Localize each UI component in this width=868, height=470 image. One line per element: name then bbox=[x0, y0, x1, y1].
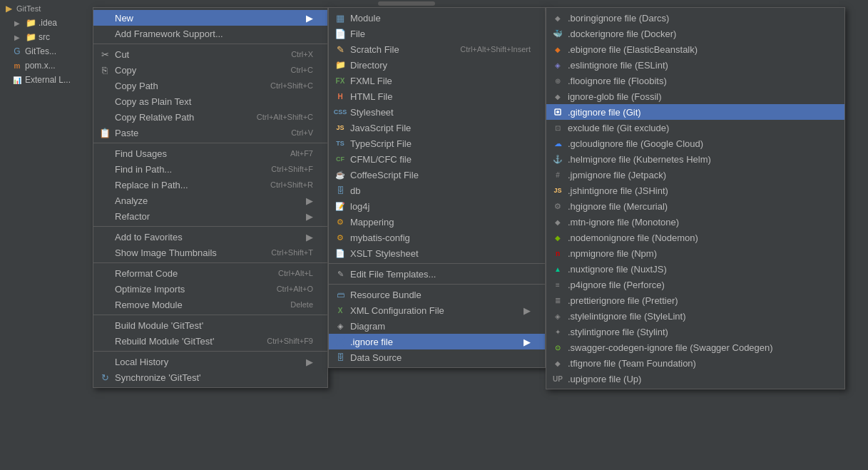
submenu-item-stylesheet[interactable]: CSS Stylesheet bbox=[329, 104, 545, 120]
submenu-item-module[interactable]: ▦ Module bbox=[329, 10, 545, 26]
fossil-icon: ◆ bbox=[552, 91, 563, 102]
menu-item-analyze[interactable]: Analyze ▶ bbox=[93, 193, 327, 208]
submenu-item-resource[interactable]: 🗃 Resource Bundle bbox=[329, 287, 545, 302]
git-icon bbox=[552, 106, 563, 118]
submenu-item-scratch[interactable]: ✎ Scratch File Ctrl+Alt+Shift+Insert bbox=[329, 41, 545, 57]
menu-separator-3 bbox=[93, 226, 327, 227]
submenu-item-file[interactable]: 📄 File bbox=[329, 26, 545, 41]
menu-item-paste[interactable]: 📋 Paste Ctrl+V bbox=[93, 125, 327, 141]
menu-item-thumbnails[interactable]: Show Image Thumbnails Ctrl+Shift+T bbox=[93, 245, 327, 260]
submenu-item-fxml[interactable]: FX FXML File bbox=[329, 73, 545, 88]
tree-item-src[interactable]: ▶ 📁 src bbox=[0, 30, 93, 44]
submenu-item-datasource[interactable]: 🗄 Data Source bbox=[329, 349, 545, 365]
ignore-item-git[interactable]: .gitignore file (Git) bbox=[546, 104, 844, 120]
menu-item-replace-path[interactable]: Replace in Path... Ctrl+Shift+R bbox=[93, 177, 327, 193]
ignore-label-boring: .boringignore file (Darcs) bbox=[568, 13, 669, 24]
submenu-item-ts[interactable]: TS TypeScript File bbox=[329, 136, 545, 151]
submenu-item-js[interactable]: JS JavaScript File bbox=[329, 120, 545, 136]
menu-item-build[interactable]: Build Module 'GitTest' bbox=[93, 317, 327, 333]
menu-item-cut[interactable]: ✂ Cut Ctrl+X bbox=[93, 46, 327, 62]
submenu-item-directory[interactable]: 📁 Directory bbox=[329, 57, 545, 73]
ignore-item-jpm[interactable]: # .jpmignore file (Jetpack) bbox=[546, 167, 844, 183]
submenu-item-log4j[interactable]: 📝 log4j bbox=[329, 198, 545, 214]
ignore-item-floo[interactable]: ⊕ .flooignore file (Floobits) bbox=[546, 73, 844, 88]
menu-item-add-framework[interactable]: Add Framework Support... bbox=[93, 26, 327, 41]
menu-item-find-path[interactable]: Find in Path... Ctrl+Shift+F bbox=[93, 161, 327, 177]
ignore-item-swagger[interactable]: ⊙ .swagger-codegen-ignore file (Swagger … bbox=[546, 339, 844, 355]
menu-item-add-favorites[interactable]: Add to Favorites ▶ bbox=[93, 229, 327, 245]
tree-item-idea[interactable]: ▶ 📁 .idea bbox=[0, 16, 93, 30]
shortcut-copy-path: Ctrl+Shift+C bbox=[270, 81, 313, 90]
scrollbar-track[interactable] bbox=[342, 0, 572, 7]
ignore-label-stylelint: .stylelintignore file (StyleLint) bbox=[568, 311, 685, 322]
submenu-item-mappering[interactable]: ⚙ Mappering bbox=[329, 214, 545, 230]
menu-item-reformat[interactable]: Reformat Code Ctrl+Alt+L bbox=[93, 265, 327, 281]
ignore-item-jshint[interactable]: JS .jshintignore file (JSHint) bbox=[546, 183, 844, 198]
submenu-item-html[interactable]: H HTML File bbox=[329, 88, 545, 104]
ignore-item-fossil[interactable]: ◆ ignore-glob file (Fossil) bbox=[546, 88, 844, 104]
ignore-item-git-exclude[interactable]: ⊡ exclude file (Git exclude) bbox=[546, 120, 844, 136]
ignore-item-helm[interactable]: ⚓ .helmignore file (Kubernetes Helm) bbox=[546, 151, 844, 167]
submenu-item-cf[interactable]: CF CFML/CFC file bbox=[329, 151, 545, 167]
eb-icon: ◆ bbox=[552, 44, 563, 55]
ignore-item-docker[interactable]: 🐳 .dockerignore file (Docker) bbox=[546, 26, 844, 41]
menu-label-copy: Copy bbox=[115, 65, 291, 76]
scratch-icon: ✎ bbox=[335, 44, 346, 55]
ignore-item-up[interactable]: UP .upignore file (Up) bbox=[546, 371, 844, 387]
menu-item-rebuild[interactable]: Rebuild Module 'GitTest' Ctrl+Shift+F9 bbox=[93, 333, 327, 349]
scrollbar-thumb[interactable] bbox=[378, 1, 435, 6]
ignore-item-eb[interactable]: ◆ .ebignore file (ElasticBeanstalk) bbox=[546, 41, 844, 57]
menu-item-copy-rel[interactable]: Copy Relative Path Ctrl+Alt+Shift+C bbox=[93, 109, 327, 125]
tree-label-idea: .idea bbox=[39, 18, 57, 28]
ignore-item-eslint[interactable]: ◈ .eslintignore file (ESLint) bbox=[546, 57, 844, 73]
ignore-item-gcloud[interactable]: ☁ .gcloudignore file (Google Cloud) bbox=[546, 136, 844, 151]
ignore-item-boring[interactable]: ◆ .boringignore file (Darcs) bbox=[546, 10, 844, 26]
menu-item-copy[interactable]: ⎘ Copy Ctrl+C bbox=[93, 62, 327, 78]
menu-item-synchronize[interactable]: ↻ Synchronize 'GitTest' bbox=[93, 369, 327, 385]
menu-item-new[interactable]: New ▶ bbox=[93, 10, 327, 26]
menu-item-find-usages[interactable]: Find Usages Alt+F7 bbox=[93, 145, 327, 161]
menu-item-local-history[interactable]: Local History ▶ bbox=[93, 354, 327, 369]
ignore-item-teamfoundation[interactable]: ◆ .tfignore file (Team Foundation) bbox=[546, 355, 844, 371]
submenu-label-cf: CFML/CFC file bbox=[350, 154, 412, 165]
shortcut-find-usages: Alt+F7 bbox=[290, 149, 313, 158]
js-icon: JS bbox=[335, 122, 346, 133]
ignore-item-npm[interactable]: n .npmignore file (Npm) bbox=[546, 245, 844, 261]
submenu-item-diagram[interactable]: ◈ Diagram bbox=[329, 318, 545, 334]
ignore-label-monotone: .mtn-ignore file (Monotone) bbox=[568, 217, 679, 228]
menu-label-replace-path: Replace in Path... bbox=[115, 180, 270, 190]
menu-arrow-local-history: ▶ bbox=[306, 357, 313, 367]
ignore-item-prettier[interactable]: ≣ .prettierignore file (Prettier) bbox=[546, 292, 844, 308]
menu-arrow-refactor: ▶ bbox=[306, 211, 313, 222]
submenu-item-mybatis[interactable]: ⚙ mybatis-config bbox=[329, 230, 545, 245]
menu-item-copy-path[interactable]: Copy Path Ctrl+Shift+C bbox=[93, 78, 327, 93]
submenu-item-coffee[interactable]: ☕ CoffeeScript File bbox=[329, 167, 545, 183]
submenu-item-db[interactable]: 🗄 db bbox=[329, 183, 545, 198]
submenu-label-edit-templates: Edit File Templates... bbox=[350, 269, 436, 280]
nodemon-icon: ◆ bbox=[552, 232, 563, 243]
ignore-item-monotone[interactable]: ◆ .mtn-ignore file (Monotone) bbox=[546, 214, 844, 230]
submenu-item-xml-config[interactable]: X XML Configuration File ▶ bbox=[329, 302, 545, 318]
ignore-item-nuxt[interactable]: ▲ .nuxtignore file (NuxtJS) bbox=[546, 261, 844, 277]
submenu-label-log4j: log4j bbox=[350, 201, 369, 212]
tree-item-gittest[interactable]: G GitTes... bbox=[0, 44, 93, 58]
submenu-item-edit-templates[interactable]: ✎ Edit File Templates... bbox=[329, 266, 545, 282]
menu-item-optimize[interactable]: Optimize Imports Ctrl+Alt+O bbox=[93, 281, 327, 297]
tree-item-pom[interactable]: m pom.x... bbox=[0, 58, 93, 73]
menu-item-remove-module[interactable]: Remove Module Delete bbox=[93, 297, 327, 312]
menu-item-refactor[interactable]: Refactor ▶ bbox=[93, 208, 327, 224]
ignore-item-mercurial[interactable]: ⚙ .hgignore file (Mercurial) bbox=[546, 198, 844, 214]
ignore-item-stylelint[interactable]: ◈ .stylelintignore file (StyleLint) bbox=[546, 308, 844, 324]
shortcut-find-path: Ctrl+Shift+F bbox=[271, 165, 313, 173]
ignore-item-nodemon[interactable]: ◆ .nodemonignore file (Nodemon) bbox=[546, 230, 844, 245]
tree-item-external[interactable]: 📊 External L... bbox=[0, 73, 93, 87]
folder-icon: 📁 bbox=[25, 17, 36, 29]
ignore-label-prettier: .prettierignore file (Prettier) bbox=[568, 295, 678, 306]
tree-item-root[interactable]: ▶ GitTest bbox=[0, 1, 93, 16]
ignore-item-stylint[interactable]: ✦ .stylintignore file (Stylint) bbox=[546, 324, 844, 339]
submenu-item-xslt[interactable]: 📄 XSLT Stylesheet bbox=[329, 245, 545, 261]
ignore-item-perforce[interactable]: ≡ .p4ignore file (Perforce) bbox=[546, 277, 844, 292]
submenu-item-ignore-file[interactable]: .ignore file ▶ bbox=[329, 334, 545, 349]
tree-item-label: GitTest bbox=[16, 4, 41, 13]
menu-item-copy-plain[interactable]: Copy as Plain Text bbox=[93, 93, 327, 109]
